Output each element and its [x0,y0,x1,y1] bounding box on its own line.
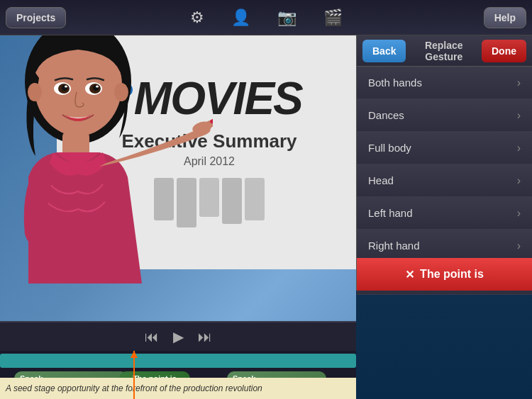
help-button[interactable]: Help [484,7,526,28]
teal-track [0,354,356,368]
replace-gesture-label: Replace Gesture [411,40,476,62]
tools-icon[interactable]: ⚙ [187,6,207,30]
toolbar-center: ⚙ 👤 📷 🎬 [187,6,345,30]
done-button[interactable]: Done [482,40,526,62]
panel-header: Back Replace Gesture Done [357,35,532,67]
selected-gesture-bar[interactable]: ✕ The point is [357,258,532,291]
chevron-right-icon: › [517,240,521,252]
svg-point-3 [28,83,42,101]
person-icon[interactable]: 👤 [228,6,253,30]
transport-controls: ⏮ ▶ ⏭ [0,322,356,351]
gesture-left-hand-label: Left hand [368,207,413,219]
projects-button[interactable]: Projects [6,7,66,28]
media-icon[interactable]: 🎬 [321,6,345,30]
track-row-1 [0,354,356,369]
gesture-full-body-label: Full body [368,142,411,154]
toolbar-right: Help [484,7,526,28]
chevron-right-icon: › [517,207,521,220]
gesture-item-left-hand[interactable]: Left hand › [357,197,532,230]
chevron-right-icon: › [517,174,521,187]
back-button[interactable]: Back [362,40,406,62]
close-icon: ✕ [405,268,414,281]
gesture-both-hands-label: Both hands [368,77,422,89]
chevron-right-icon: › [517,77,521,89]
svg-point-12 [96,86,99,88]
gesture-item-full-body[interactable]: Full body › [357,132,532,164]
playhead [133,351,135,399]
chevron-right-icon: › [517,142,521,154]
svg-point-11 [65,86,67,88]
timeline-area: ⏮ ▶ ⏭ Speak Speak The point is A seed st… [0,321,356,399]
play-button[interactable]: ▶ [173,328,184,345]
gesture-item-head[interactable]: Head › [357,164,532,197]
chevron-right-icon: › [517,109,521,122]
gesture-head-label: Head [368,174,394,186]
gesture-panel: Back Replace Gesture Done Both hands › D… [356,35,532,291]
fast-forward-button[interactable]: ⏭ [198,329,212,345]
gesture-dances-label: Dances [368,109,404,121]
gesture-item-dances[interactable]: Dances › [357,99,532,132]
gesture-right-hand-label: Right hand [368,240,420,252]
toolbar-left: Projects [6,7,66,28]
selected-gesture-text: The point is [420,268,484,281]
svg-point-4 [114,83,128,101]
rewind-button[interactable]: ⏮ [145,329,159,345]
gesture-item-both-hands[interactable]: Both hands › [357,67,532,99]
bottom-text-bar: A seed stage opportunity at the forefron… [0,378,356,399]
camera-icon[interactable]: 📷 [275,6,299,30]
avatar [0,14,213,326]
toolbar: Projects ⚙ 👤 📷 🎬 Help [0,0,532,35]
